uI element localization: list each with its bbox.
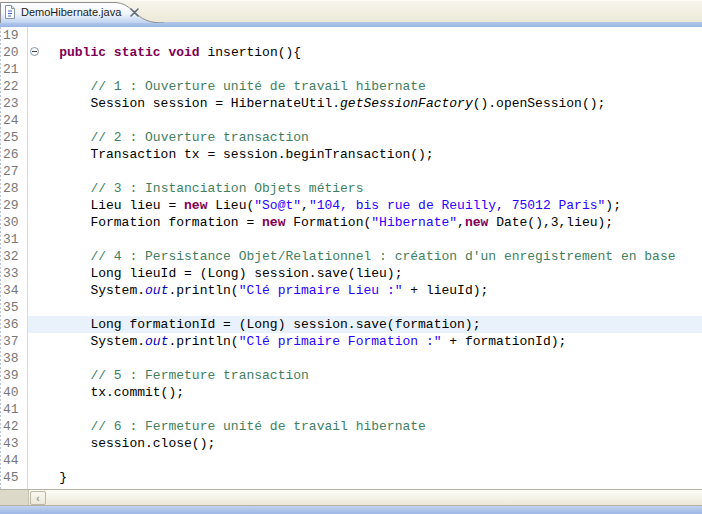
code-line: 40 tx.commit(); <box>0 384 702 401</box>
code-line: 24 <box>0 112 702 129</box>
code-line: 26 Transaction tx = session.beginTransac… <box>0 146 702 163</box>
line-number: 32 <box>0 248 28 265</box>
code-line: 21 <box>0 61 702 78</box>
code-text: Session session = HibernateUtil.getSessi… <box>28 95 702 112</box>
code-text: Long lieuId = (Long) session.save(lieu); <box>28 265 702 282</box>
code-line: 22 // 1 : Ouverture unité de travail hib… <box>0 78 702 95</box>
code-text: Lieu lieu = new Lieu("So@t","104, bis ru… <box>28 197 702 214</box>
code-text: // 5 : Fermeture transaction <box>28 367 702 384</box>
code-line: 33 Long lieuId = (Long) session.save(lie… <box>0 265 702 282</box>
line-number: 24 <box>0 112 28 129</box>
code-text: session.close(); <box>28 435 702 452</box>
code-text: // 2 : Ouverture transaction <box>28 129 702 146</box>
code-text: Long formationId = (Long) session.save(f… <box>28 316 702 333</box>
tab-title: DemoHibernate.java <box>21 6 121 18</box>
line-number: 40 <box>0 384 28 401</box>
code-line: 25 // 2 : Ouverture transaction <box>0 129 702 146</box>
line-number: 42 <box>0 418 28 435</box>
code-line: 43 session.close(); <box>0 435 702 452</box>
code-text <box>28 112 702 129</box>
code-text <box>28 231 702 248</box>
code-text <box>28 350 702 367</box>
line-number: 25 <box>0 129 28 146</box>
scroll-left-button[interactable]: ‹ <box>30 491 46 505</box>
code-line: 28 // 3 : Instanciation Objets métiers <box>0 180 702 197</box>
code-line: 42 // 6 : Fermeture unité de travail hib… <box>0 418 702 435</box>
line-number: 43 <box>0 435 28 452</box>
line-number: 45 <box>0 469 28 486</box>
line-number: 20 <box>0 44 28 61</box>
code-text: tx.commit(); <box>28 384 702 401</box>
code-line: 41 <box>0 401 702 418</box>
code-text <box>28 452 702 469</box>
code-line: 34 System.out.println("Clé primaire Lieu… <box>0 282 702 299</box>
code-line: 30 Formation formation = new Formation("… <box>0 214 702 231</box>
code-text <box>28 401 702 418</box>
tab-demohibernate[interactable]: DemoHibernate.java <box>0 1 162 23</box>
code-editor[interactable]: 1920 public static void insertion(){2122… <box>0 27 702 506</box>
code-line: 32 // 4 : Persistance Objet/Relationnel … <box>0 248 702 265</box>
code-line: 37 System.out.println("Clé primaire Form… <box>0 333 702 350</box>
code-text <box>28 61 702 78</box>
code-line: 35 <box>0 299 702 316</box>
code-line: 23 Session session = HibernateUtil.getSe… <box>0 95 702 112</box>
line-number: 29 <box>0 197 28 214</box>
line-number: 30 <box>0 214 28 231</box>
code-text: Formation formation = new Formation("Hib… <box>28 214 702 231</box>
code-text: // 6 : Fermeture unité de travail hibern… <box>28 418 702 435</box>
code-line: 29 Lieu lieu = new Lieu("So@t","104, bis… <box>0 197 702 214</box>
code-line: 38 <box>0 350 702 367</box>
code-text: // 4 : Persistance Objet/Relationnel : c… <box>28 248 702 265</box>
code-line: 20 public static void insertion(){ <box>0 44 702 61</box>
code-text: } <box>28 469 702 486</box>
code-line: 31 <box>0 231 702 248</box>
code-text <box>28 27 702 44</box>
code-line: 45 } <box>0 469 702 486</box>
code-line: 44 <box>0 452 702 469</box>
code-text: System.out.println("Clé primaire Formati… <box>28 333 702 350</box>
line-number: 22 <box>0 78 28 95</box>
code-line: 27 <box>0 163 702 180</box>
tab-bar: DemoHibernate.java <box>0 0 702 22</box>
line-number: 21 <box>0 61 28 78</box>
code-text: public static void insertion(){ <box>28 44 702 61</box>
line-number: 36 <box>0 316 28 333</box>
line-number: 33 <box>0 265 28 282</box>
fold-collapse-icon[interactable] <box>30 47 39 56</box>
java-file-icon <box>4 5 16 19</box>
code-text: // 1 : Ouverture unité de travail hibern… <box>28 78 702 95</box>
code-text <box>28 299 702 316</box>
line-number: 28 <box>0 180 28 197</box>
code-text: Transaction tx = session.beginTransactio… <box>28 146 702 163</box>
line-number: 27 <box>0 163 28 180</box>
scrollbar-corner <box>0 490 29 506</box>
line-number: 39 <box>0 367 28 384</box>
code-line: 19 <box>0 27 702 44</box>
chevron-left-icon: ‹ <box>36 493 39 504</box>
line-number: 23 <box>0 95 28 112</box>
line-number: 35 <box>0 299 28 316</box>
close-icon[interactable] <box>130 8 139 17</box>
line-number: 44 <box>0 452 28 469</box>
line-number: 31 <box>0 231 28 248</box>
code-text: // 3 : Instanciation Objets métiers <box>28 180 702 197</box>
line-number: 37 <box>0 333 28 350</box>
line-number: 19 <box>0 27 28 44</box>
editor-window: DemoHibernate.java 1920 public static vo… <box>0 0 702 514</box>
line-number: 41 <box>0 401 28 418</box>
code-text <box>28 163 702 180</box>
line-number: 26 <box>0 146 28 163</box>
line-number: 38 <box>0 350 28 367</box>
line-number: 34 <box>0 282 28 299</box>
code-text: System.out.println("Clé primaire Lieu :"… <box>28 282 702 299</box>
code-line: 36 Long formationId = (Long) session.sav… <box>0 316 702 333</box>
code-line: 39 // 5 : Fermeture transaction <box>0 367 702 384</box>
bottom-border-band <box>0 505 702 514</box>
horizontal-scrollbar[interactable]: ‹ <box>0 489 702 506</box>
